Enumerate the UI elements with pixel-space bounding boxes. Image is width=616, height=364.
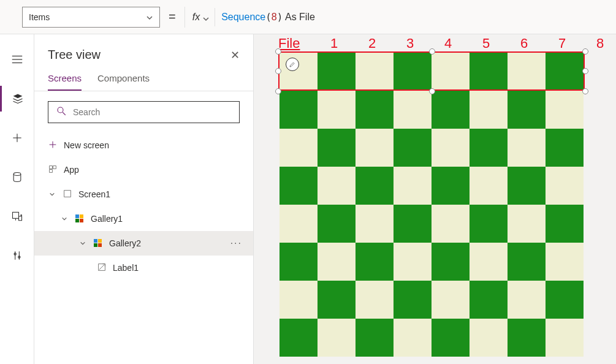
app-icon	[48, 164, 58, 176]
board-square	[394, 319, 432, 357]
board-square	[432, 281, 470, 319]
tree-item-label: Gallery1	[91, 214, 253, 224]
board-square	[546, 91, 584, 129]
left-rail	[0, 34, 34, 364]
selection-handle[interactable]	[275, 68, 281, 74]
board-square	[508, 129, 546, 167]
tree-item-gallery1[interactable]: Gallery1	[34, 207, 253, 231]
board-square	[432, 129, 470, 167]
svg-rect-16	[50, 169, 53, 172]
selection-handle[interactable]	[275, 48, 281, 55]
selection-handle[interactable]	[582, 68, 588, 74]
board-square	[508, 243, 546, 281]
equals-label: =	[166, 10, 178, 24]
board-square	[508, 91, 546, 129]
board-square	[432, 205, 470, 243]
tree-item-label: Gallery2	[109, 238, 224, 248]
board-square	[356, 91, 394, 129]
canvas[interactable]: File 1 2 3 4 5 6 7 8	[254, 34, 616, 364]
board-square	[318, 319, 356, 357]
checkerboard[interactable]	[279, 53, 584, 357]
insert-icon[interactable]	[0, 125, 34, 151]
overlay-file-label: File	[278, 36, 315, 51]
screen-icon	[63, 189, 72, 200]
formula-input[interactable]: Sequence(8) As File	[221, 11, 315, 23]
selection-handle[interactable]	[582, 88, 588, 94]
divider	[215, 8, 215, 26]
board-square	[279, 319, 318, 357]
edit-template-button[interactable]	[286, 58, 299, 71]
overlay-col-5: 5	[467, 36, 505, 51]
tree-item-label: Label1	[113, 263, 253, 273]
overlay-col-1: 1	[315, 36, 353, 51]
chevron-down-icon[interactable]	[78, 240, 87, 246]
tree-item-screen1[interactable]: Screen1	[34, 182, 253, 207]
selection-handle[interactable]	[429, 88, 435, 94]
board-square	[279, 91, 318, 129]
data-icon[interactable]	[0, 164, 34, 190]
tree-item-gallery2[interactable]: Gallery2 ···	[34, 231, 253, 256]
svg-point-10	[58, 107, 63, 113]
fx-icon[interactable]: fx	[192, 12, 208, 23]
hamburger-icon[interactable]	[0, 47, 34, 72]
overlay-col-2: 2	[353, 36, 391, 51]
svg-line-11	[63, 112, 66, 115]
tab-components[interactable]: Components	[97, 68, 150, 91]
board-square	[356, 205, 394, 243]
selection-handle[interactable]	[275, 88, 281, 94]
board-square	[394, 205, 432, 243]
board-square	[432, 319, 470, 357]
board-square	[356, 243, 394, 281]
board-square	[394, 129, 432, 167]
board-square	[356, 281, 394, 319]
tree-item-app[interactable]: App	[34, 157, 253, 182]
tree-item-label1[interactable]: Label1	[34, 256, 253, 280]
board-square	[318, 91, 356, 129]
tools-icon[interactable]	[0, 243, 34, 268]
board-square	[356, 167, 394, 205]
svg-rect-14	[50, 165, 53, 169]
board-square	[394, 91, 432, 129]
search-input[interactable]	[73, 107, 232, 117]
svg-point-7	[20, 215, 21, 216]
board-square	[318, 167, 356, 205]
board-square	[279, 53, 318, 91]
chevron-down-icon[interactable]	[60, 216, 69, 222]
board-square	[470, 205, 508, 243]
board-square	[318, 205, 356, 243]
board-square	[356, 319, 394, 357]
new-screen-label: New screen	[64, 140, 253, 150]
tree-item-label: Screen1	[78, 189, 253, 199]
board-square	[318, 243, 356, 281]
board-square	[546, 53, 584, 91]
board-square	[546, 167, 584, 205]
board-square	[546, 205, 584, 243]
close-icon[interactable]: ✕	[230, 48, 240, 62]
new-screen-button[interactable]: New screen	[34, 133, 253, 157]
tree-view-icon[interactable]	[0, 86, 34, 112]
board-square	[279, 281, 318, 319]
board-square	[470, 319, 508, 357]
board-square	[432, 167, 470, 205]
chevron-down-icon[interactable]	[48, 191, 56, 197]
board-square	[470, 91, 508, 129]
media-icon[interactable]	[0, 203, 34, 229]
search-box[interactable]	[48, 101, 240, 123]
tab-screens[interactable]: Screens	[48, 68, 82, 91]
overlay-labels: File 1 2 3 4 5 6 7 8	[278, 36, 616, 51]
board-square	[508, 319, 546, 357]
board-square	[279, 167, 318, 205]
board-square	[318, 281, 356, 319]
selection-handle[interactable]	[582, 48, 588, 55]
board-square	[432, 53, 470, 91]
board-square	[508, 167, 546, 205]
property-dropdown[interactable]: Items	[22, 7, 160, 28]
board-square	[470, 129, 508, 167]
selection-handle[interactable]	[429, 48, 435, 55]
board-square	[432, 91, 470, 129]
overlay-col-3: 3	[391, 36, 429, 51]
more-icon[interactable]: ···	[230, 238, 253, 249]
board-square	[546, 129, 584, 167]
panel-title: Tree view	[48, 48, 101, 62]
svg-rect-6	[12, 212, 18, 218]
